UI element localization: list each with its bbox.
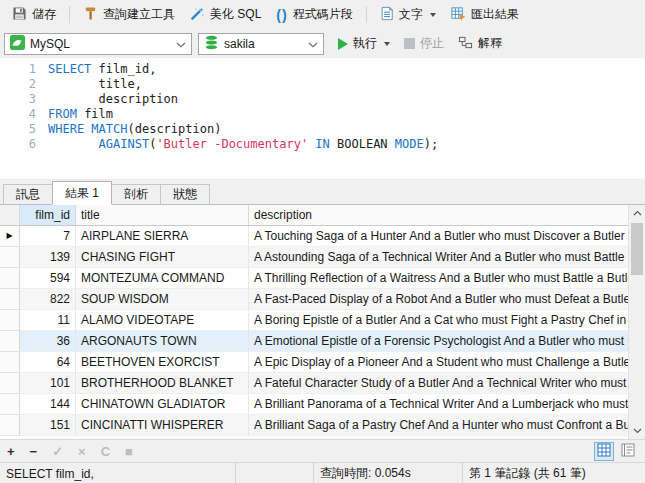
- query-builder-button[interactable]: 查詢建立工具: [76, 3, 182, 27]
- cell-description[interactable]: A Fast-Paced Display of a Robot And a Bu…: [249, 289, 628, 310]
- row-header[interactable]: [0, 373, 20, 394]
- column-header-title[interactable]: title: [76, 205, 249, 226]
- chevron-down-icon: [384, 42, 390, 46]
- tab-result-1[interactable]: 結果 1: [52, 181, 112, 205]
- sql-editor[interactable]: 1SELECT film_id,2 title,3 description4FR…: [0, 58, 645, 180]
- cell-description[interactable]: A Brilliant Saga of a Pastry Chef And a …: [249, 415, 628, 436]
- apply-changes-button: ✓: [52, 445, 63, 458]
- cell-film_id[interactable]: 139: [20, 247, 76, 268]
- grid-body: ▶7AIRPLANE SIERRAA Touching Saga of a Hu…: [0, 226, 628, 436]
- column-header-description[interactable]: description: [249, 205, 628, 226]
- cell-title[interactable]: BROTHERHOOD BLANKET: [76, 373, 249, 394]
- toolbar-separator: [366, 6, 367, 23]
- explain-button[interactable]: 解釋: [458, 35, 502, 53]
- table-row[interactable]: 11ALAMO VIDEOTAPEA Boring Epistle of a B…: [0, 310, 628, 331]
- status-record-position: 第 1 筆記錄 (共 61 筆): [462, 463, 645, 483]
- cell-film_id[interactable]: 7: [20, 226, 76, 247]
- cell-description[interactable]: A Brilliant Panorama of a Technical Writ…: [249, 394, 628, 415]
- cell-description[interactable]: A Astounding Saga of a Technical Writer …: [249, 247, 628, 268]
- form-view-button[interactable]: [618, 442, 638, 461]
- table-row[interactable]: 101BROTHERHOOD BLANKETA Fateful Characte…: [0, 373, 628, 394]
- row-header[interactable]: [0, 352, 20, 373]
- row-header[interactable]: ▶: [0, 226, 20, 247]
- save-button[interactable]: 儲存: [5, 3, 63, 27]
- vertical-scrollbar[interactable]: [628, 205, 645, 439]
- cell-title[interactable]: SOUP WISDOM: [76, 289, 249, 310]
- row-header[interactable]: [0, 289, 20, 310]
- cell-title[interactable]: CHASING FIGHT: [76, 247, 249, 268]
- table-row[interactable]: 139CHASING FIGHTA Astounding Saga of a T…: [0, 247, 628, 268]
- cell-title[interactable]: BEETHOVEN EXORCIST: [76, 352, 249, 373]
- cell-film_id[interactable]: 101: [20, 373, 76, 394]
- cell-title[interactable]: ALAMO VIDEOTAPE: [76, 310, 249, 331]
- column-header-film_id[interactable]: film_id: [20, 205, 76, 226]
- connection-select[interactable]: MySQL: [4, 33, 192, 55]
- cell-description[interactable]: A Epic Display of a Pioneer And a Studen…: [249, 352, 628, 373]
- export-grid-icon: [451, 6, 466, 24]
- code-line[interactable]: 2 title,: [0, 77, 645, 92]
- row-header[interactable]: [0, 310, 20, 331]
- cell-film_id[interactable]: 64: [20, 352, 76, 373]
- parentheses-icon: (): [276, 8, 287, 22]
- line-number: 6: [0, 137, 36, 152]
- row-header[interactable]: [0, 415, 20, 436]
- row-header[interactable]: [0, 331, 20, 352]
- cell-title[interactable]: ARGONAUTS TOWN: [76, 331, 249, 352]
- code-line[interactable]: 5WHERE MATCH(description): [0, 122, 645, 137]
- cell-film_id[interactable]: 36: [20, 331, 76, 352]
- code-snippet-button[interactable]: () 程式碼片段: [269, 3, 359, 26]
- cell-film_id[interactable]: 822: [20, 289, 76, 310]
- grid-inner: film_idtitledescription ▶7AIRPLANE SIERR…: [0, 205, 628, 439]
- row-header[interactable]: [0, 247, 20, 268]
- table-row[interactable]: 144CHINATOWN GLADIATORA Brilliant Panora…: [0, 394, 628, 415]
- cell-film_id[interactable]: 144: [20, 394, 76, 415]
- cell-description[interactable]: A Fateful Character Study of a Butler An…: [249, 373, 628, 394]
- table-row[interactable]: 594MONTEZUMA COMMANDA Thrilling Reflecti…: [0, 268, 628, 289]
- add-record-button[interactable]: +: [7, 445, 15, 458]
- status-query-time: 查詢時間: 0.054s: [313, 463, 462, 483]
- play-icon: [338, 38, 348, 50]
- tab-messages[interactable]: 訊息: [3, 184, 53, 204]
- run-button[interactable]: 執行: [338, 35, 390, 52]
- cell-film_id[interactable]: 151: [20, 415, 76, 436]
- code-line[interactable]: 6 AGAINST('Butler -Documentary' IN BOOLE…: [0, 137, 645, 152]
- row-header[interactable]: [0, 394, 20, 415]
- stop-button: 停止: [404, 35, 444, 52]
- delete-record-button[interactable]: −: [30, 445, 38, 458]
- table-row[interactable]: 822SOUP WISDOMA Fast-Paced Display of a …: [0, 289, 628, 310]
- cell-title[interactable]: CINCINATTI WHISPERER: [76, 415, 249, 436]
- grid-view-button[interactable]: [594, 442, 614, 461]
- cell-description[interactable]: A Emotional Epistle of a Forensic Psycho…: [249, 331, 628, 352]
- row-header-corner[interactable]: [0, 205, 20, 226]
- export-result-button[interactable]: 匯出結果: [444, 3, 526, 27]
- table-row[interactable]: 64BEETHOVEN EXORCISTA Epic Display of a …: [0, 352, 628, 373]
- cell-description[interactable]: A Boring Epistle of a Butler And a Cat w…: [249, 310, 628, 331]
- table-row[interactable]: 36ARGONAUTS TOWNA Emotional Epistle of a…: [0, 331, 628, 352]
- table-row[interactable]: ▶7AIRPLANE SIERRAA Touching Saga of a Hu…: [0, 226, 628, 247]
- grid-view-icon: [597, 443, 611, 460]
- cell-title[interactable]: MONTEZUMA COMMAND: [76, 268, 249, 289]
- code-line[interactable]: 1SELECT film_id,: [0, 62, 645, 77]
- code-line[interactable]: 3 description: [0, 92, 645, 107]
- text-document-icon: [380, 6, 394, 24]
- database-select[interactable]: sakila: [198, 33, 324, 55]
- beautify-sql-button[interactable]: 美化 SQL: [183, 3, 268, 27]
- table-row[interactable]: 151CINCINATTI WHISPERERA Brilliant Saga …: [0, 415, 628, 436]
- cell-film_id[interactable]: 594: [20, 268, 76, 289]
- cell-title[interactable]: CHINATOWN GLADIATOR: [76, 394, 249, 415]
- scroll-down-icon[interactable]: [629, 423, 645, 439]
- cell-description[interactable]: A Thrilling Reflection of a Waitress And…: [249, 268, 628, 289]
- line-number: 1: [0, 62, 36, 77]
- cell-film_id[interactable]: 11: [20, 310, 76, 331]
- cell-description[interactable]: A Touching Saga of a Hunter And a Butler…: [249, 226, 628, 247]
- cell-title[interactable]: AIRPLANE SIERRA: [76, 226, 249, 247]
- tab-profile[interactable]: 剖析: [111, 184, 161, 204]
- explain-label: 解釋: [478, 35, 502, 52]
- scrollbar-thumb[interactable]: [631, 223, 643, 275]
- code-line[interactable]: 4FROM film: [0, 107, 645, 122]
- scroll-up-icon[interactable]: [629, 205, 645, 221]
- text-view-button[interactable]: 文字: [373, 3, 443, 27]
- line-number: 2: [0, 77, 36, 92]
- row-header[interactable]: [0, 268, 20, 289]
- tab-status[interactable]: 狀態: [160, 184, 210, 204]
